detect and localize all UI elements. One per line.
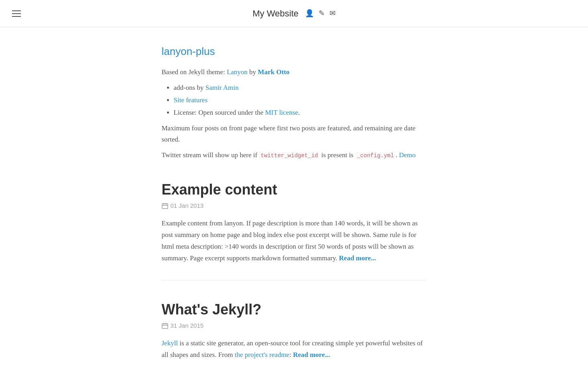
site-title[interactable]: My Website bbox=[252, 6, 299, 20]
post-1-title-link[interactable]: Example content bbox=[162, 181, 277, 198]
hamburger-line-2 bbox=[12, 13, 21, 14]
post-2-date: 31 Jan 2015 bbox=[162, 321, 427, 330]
main-content: lanyon-plus Based on Jekyll theme: Lanyo… bbox=[154, 27, 435, 373]
intro-based-on: Based on Jekyll theme: Lanyon by Mark Ot… bbox=[162, 67, 427, 77]
svg-rect-0 bbox=[162, 204, 168, 209]
intro-paragraph-1: Maximum four posts on front page where f… bbox=[162, 123, 427, 144]
post-1-title: Example content bbox=[162, 180, 427, 199]
edit-icon[interactable]: ✎ bbox=[319, 8, 325, 19]
based-on-prefix: Based on Jekyll theme: bbox=[162, 68, 227, 76]
masthead-icons: 👤 ✎ ✉ bbox=[305, 8, 336, 19]
header: My Website 👤 ✎ ✉ bbox=[0, 0, 588, 27]
mit-license-link[interactable]: MIT license bbox=[265, 109, 298, 116]
intro-section: lanyon-plus Based on Jekyll theme: Lanyo… bbox=[162, 43, 427, 160]
list-item-3: License: Open sourced under the MIT lice… bbox=[174, 107, 427, 118]
config-code: _config.yml bbox=[355, 152, 395, 159]
mark-otto-link[interactable]: Mark Otto bbox=[258, 68, 289, 76]
post-2-title-link[interactable]: What's Jekyll? bbox=[162, 301, 262, 318]
intro-title: lanyon-plus bbox=[162, 43, 427, 60]
calendar-icon-1 bbox=[162, 203, 168, 209]
post-2-body: Jekyll is a static site generator, an op… bbox=[162, 338, 427, 361]
mail-icon[interactable]: ✉ bbox=[330, 8, 336, 19]
post-1-body: Example content from lanyon. If page des… bbox=[162, 218, 427, 264]
hamburger-line-1 bbox=[12, 10, 21, 11]
calendar-icon-2 bbox=[162, 322, 168, 329]
site-features-link[interactable]: Site features bbox=[174, 96, 208, 104]
samir-amin-link[interactable]: Samir Amin bbox=[205, 84, 239, 91]
by-text: by bbox=[248, 68, 258, 76]
list-item-3-suffix: . bbox=[298, 109, 300, 116]
post-2-title: What's Jekyll? bbox=[162, 300, 427, 318]
twitter-code: twitter_widget_id bbox=[259, 152, 319, 159]
config-suffix: . bbox=[395, 151, 399, 159]
intro-twitter: Twitter stream will show up here if twit… bbox=[162, 150, 427, 160]
twitter-suffix: is present is bbox=[319, 151, 355, 159]
svg-rect-4 bbox=[162, 324, 168, 328]
post-2-read-more[interactable]: Read more... bbox=[293, 351, 330, 359]
twitter-prefix: Twitter stream will show up here if bbox=[162, 151, 259, 159]
list-item-1: add-ons by Samir Amin bbox=[174, 82, 427, 93]
post-1-date-text: 01 Jan 2013 bbox=[171, 201, 204, 211]
masthead-title-group: My Website 👤 ✎ ✉ bbox=[252, 6, 336, 20]
post-2-date-text: 31 Jan 2015 bbox=[171, 321, 204, 330]
list-item-1-prefix: add-ons by bbox=[174, 84, 205, 91]
post-1-date: 01 Jan 2013 bbox=[162, 201, 427, 211]
jekyll-link[interactable]: Jekyll bbox=[162, 339, 178, 347]
post-1-body-text: Example content from lanyon. If page des… bbox=[162, 219, 418, 262]
readme-link[interactable]: the project's readme bbox=[235, 351, 289, 359]
intro-list: add-ons by Samir Amin Site features Lice… bbox=[174, 82, 427, 118]
post-whats-jekyll: What's Jekyll? 31 Jan 2015 Jekyll is a s… bbox=[162, 300, 427, 373]
hamburger-line-3 bbox=[12, 16, 21, 17]
post-1-read-more[interactable]: Read more... bbox=[339, 254, 376, 262]
post-2-body-suffix: : bbox=[289, 351, 293, 359]
hamburger-menu[interactable] bbox=[8, 6, 25, 21]
user-icon[interactable]: 👤 bbox=[305, 8, 314, 19]
lanyon-link[interactable]: Lanyon bbox=[227, 68, 248, 76]
post-example-content: Example content 01 Jan 2013 Example cont… bbox=[162, 180, 427, 281]
list-item-3-prefix: License: Open sourced under the bbox=[174, 109, 265, 116]
list-item-2: Site features bbox=[174, 95, 427, 105]
demo-link[interactable]: Demo bbox=[399, 151, 416, 159]
